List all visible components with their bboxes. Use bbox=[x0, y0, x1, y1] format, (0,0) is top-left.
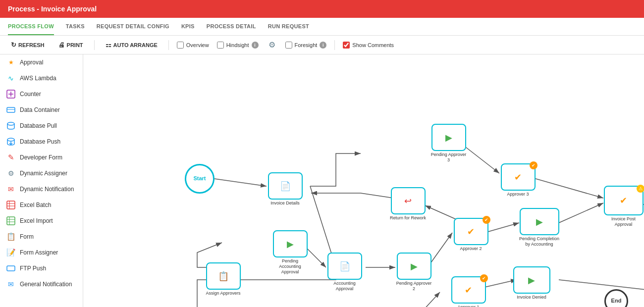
svg-point-6 bbox=[7, 138, 14, 141]
foresight-info-icon: i bbox=[320, 42, 326, 49]
sidebar-item-database-push[interactable]: Database Push bbox=[0, 134, 83, 150]
sidebar: ★ Approval ∿ AWS Lambda Counter Data Con… bbox=[0, 54, 83, 307]
start-node[interactable]: Start bbox=[185, 164, 215, 194]
sidebar-item-ftp-push[interactable]: FTP Push bbox=[0, 260, 83, 276]
invoice-post-approval-icon: ✔ bbox=[620, 196, 627, 205]
pending-approver3-node[interactable]: ▶ Pending Approver 3 bbox=[430, 124, 467, 163]
developer-form-icon: ✎ bbox=[6, 153, 16, 162]
canvas-inner: Start 📄 Invoice Details 📋 Assign Approve… bbox=[83, 54, 644, 307]
tab-tasks[interactable]: TASKS bbox=[66, 18, 85, 35]
assign-approvers-icon: 📋 bbox=[218, 272, 229, 281]
print-button[interactable]: 🖨 PRINT bbox=[55, 39, 86, 51]
counter-icon bbox=[6, 89, 16, 99]
approver2-icon: ✔ bbox=[467, 227, 475, 236]
aws-lambda-icon: ∿ bbox=[6, 73, 16, 83]
arrows-svg bbox=[83, 54, 644, 307]
print-icon: 🖨 bbox=[58, 41, 65, 49]
pending-approver2-icon: ▶ bbox=[411, 262, 418, 271]
invoice-post-approval-badge: ⚠ bbox=[637, 185, 644, 193]
pending-completion-icon: ▶ bbox=[536, 217, 543, 226]
show-comments-checkbox-label[interactable]: Show Comments bbox=[343, 42, 394, 49]
sidebar-item-excel-import[interactable]: Excel Import bbox=[0, 213, 83, 229]
separator bbox=[94, 40, 95, 50]
sidebar-item-developer-form[interactable]: ✎ Developer Form bbox=[0, 150, 83, 165]
invoice-denied-icon: ▶ bbox=[528, 276, 535, 285]
excel-import-icon bbox=[6, 216, 16, 226]
sidebar-item-form[interactable]: 📋 Form bbox=[0, 229, 83, 245]
sidebar-item-dynamic-notification[interactable]: ✉ Dynamic Notification bbox=[0, 181, 83, 197]
title-bar: Process - Invoice Approval bbox=[0, 0, 644, 18]
tab-run-request[interactable]: RUN REQUEST bbox=[268, 18, 309, 35]
foresight-checkbox-label[interactable]: Foresight i bbox=[285, 42, 327, 49]
invoice-denied-node[interactable]: ▶ Invoice Denied bbox=[512, 266, 551, 300]
pending-completion-node[interactable]: ▶ Pending Completion by Accounting bbox=[518, 208, 560, 247]
sidebar-item-approval[interactable]: ★ Approval bbox=[0, 54, 83, 70]
tab-bar: PROCESS FLOW TASKS REQUEST DETAIL CONFIG… bbox=[0, 18, 644, 36]
refresh-button[interactable]: ↻ REFRESH bbox=[8, 39, 48, 51]
invoice-details-icon: 📄 bbox=[280, 182, 291, 191]
sidebar-item-aws-lambda[interactable]: ∿ AWS Lambda bbox=[0, 70, 83, 86]
approver3-node[interactable]: ✔ ✔ Approver 3 bbox=[499, 163, 537, 197]
sidebar-item-excel-batch[interactable]: Excel Batch bbox=[0, 197, 83, 213]
approver2-node[interactable]: ✔ ✔ Approver 2 bbox=[452, 218, 489, 252]
toolbar: ↻ REFRESH 🖨 PRINT ⚏ AUTO ARRANGE Overvie… bbox=[0, 36, 644, 54]
invoice-details-node[interactable]: 📄 Invoice Details bbox=[267, 172, 304, 206]
main-content: ★ Approval ∿ AWS Lambda Counter Data Con… bbox=[0, 54, 644, 307]
data-container-icon bbox=[6, 105, 16, 115]
return-for-rework-icon: ↩ bbox=[404, 197, 412, 205]
page-title: Process - Invoice Approval bbox=[8, 5, 97, 13]
approval-icon: ★ bbox=[6, 57, 16, 67]
sidebar-item-data-container[interactable]: Data Container bbox=[0, 102, 83, 118]
foresight-checkbox[interactable] bbox=[285, 42, 292, 49]
separator2 bbox=[168, 40, 169, 50]
svg-rect-16 bbox=[7, 266, 15, 271]
separator3 bbox=[334, 40, 335, 50]
sidebar-item-counter[interactable]: Counter bbox=[0, 86, 83, 102]
pending-approver3-icon: ▶ bbox=[445, 133, 452, 142]
canvas[interactable]: Start 📄 Invoice Details 📋 Assign Approve… bbox=[83, 54, 644, 307]
hindsight-info-icon: i bbox=[252, 42, 259, 49]
dynamic-notification-icon: ✉ bbox=[6, 184, 16, 194]
tab-request-detail-config[interactable]: REQUEST DETAIL CONFIG bbox=[97, 18, 169, 35]
database-push-icon bbox=[6, 137, 16, 147]
general-notification-icon: ✉ bbox=[6, 279, 16, 289]
overview-checkbox-label[interactable]: Overview bbox=[177, 42, 209, 49]
sidebar-item-general-notification[interactable]: ✉ General Notification bbox=[0, 276, 83, 292]
auto-arrange-icon: ⚏ bbox=[106, 41, 111, 49]
pending-approver2-node[interactable]: ▶ Pending Approver 2 bbox=[395, 253, 432, 292]
return-for-rework-node[interactable]: ↩ Return for Rework bbox=[389, 187, 427, 221]
svg-rect-12 bbox=[7, 217, 15, 225]
pending-accounting-node[interactable]: ▶ Pending Accounting Approval bbox=[271, 230, 309, 274]
connector-icon: ⚙ bbox=[268, 40, 275, 50]
approver3-icon: ✔ bbox=[514, 173, 522, 182]
approver2-badge: ✔ bbox=[483, 216, 490, 224]
dynamic-assigner-icon: ⚙ bbox=[6, 168, 16, 178]
invoice-post-approval-node[interactable]: ✔ ⚠ Invoice Post Approval bbox=[602, 186, 644, 227]
form-assigner-icon: 📝 bbox=[6, 248, 16, 257]
accounting-approval-icon: 📄 bbox=[339, 262, 350, 271]
excel-batch-icon bbox=[6, 200, 16, 210]
approver1-icon: ✔ bbox=[465, 286, 472, 295]
refresh-icon: ↻ bbox=[11, 41, 16, 49]
ftp-push-icon bbox=[6, 263, 16, 273]
approver3-badge: ✔ bbox=[530, 161, 537, 169]
form-icon: 📋 bbox=[6, 232, 16, 242]
assign-approvers-node[interactable]: 📋 Assign Approvers bbox=[205, 262, 242, 296]
overview-checkbox[interactable] bbox=[177, 42, 184, 49]
svg-point-5 bbox=[7, 122, 14, 125]
tab-process-flow[interactable]: PROCESS FLOW bbox=[8, 18, 54, 35]
auto-arrange-button[interactable]: ⚏ AUTO ARRANGE bbox=[103, 39, 161, 51]
sidebar-item-form-assigner[interactable]: 📝 Form Assigner bbox=[0, 245, 83, 260]
hindsight-checkbox[interactable] bbox=[217, 42, 224, 49]
end-node[interactable]: End bbox=[604, 289, 628, 307]
approver1-node[interactable]: ✔ ✔ Approver 1 bbox=[450, 276, 487, 307]
sidebar-item-dynamic-assigner[interactable]: ⚙ Dynamic Assigner bbox=[0, 165, 83, 181]
sidebar-item-database-pull[interactable]: Database Pull bbox=[0, 118, 83, 134]
tab-process-detail[interactable]: PROCESS DETAIL bbox=[207, 18, 256, 35]
hindsight-checkbox-label[interactable]: Hindsight i bbox=[217, 42, 259, 49]
database-pull-icon bbox=[6, 121, 16, 131]
accounting-approval-node[interactable]: 📄 Accounting Approval bbox=[326, 253, 363, 292]
show-comments-checkbox[interactable] bbox=[343, 42, 350, 49]
tab-kpis[interactable]: KPIS bbox=[181, 18, 195, 35]
svg-rect-3 bbox=[7, 107, 15, 112]
